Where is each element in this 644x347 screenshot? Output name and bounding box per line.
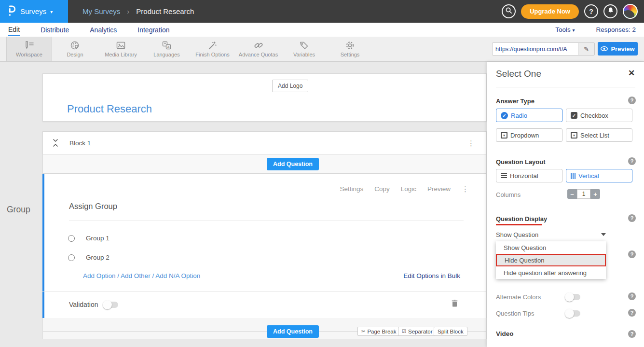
question-preview-link[interactable]: Preview	[427, 185, 451, 193]
question-menu-kebab-icon[interactable]: ⋮	[462, 185, 469, 193]
video-help-icon[interactable]: ?	[628, 330, 636, 338]
notifications-button[interactable]	[603, 4, 617, 18]
block-title[interactable]: Block 1	[69, 139, 91, 147]
tools-menu[interactable]: Tools ▾	[555, 26, 575, 33]
layout-vertical-button[interactable]: Vertical	[566, 169, 632, 182]
breadcrumb: My Surveys › Product Research	[82, 7, 194, 15]
edit-options-in-bulk-link[interactable]: Edit Options in Bulk	[403, 272, 460, 279]
delete-question-button[interactable]	[451, 299, 458, 309]
columns-increment-button[interactable]: +	[590, 189, 600, 199]
option-label-1[interactable]: Group 1	[86, 235, 110, 242]
alternate-colors-toggle[interactable]	[566, 294, 580, 300]
toolbar-item-finish-options[interactable]: Finish Options	[190, 37, 235, 61]
layout-horizontal-button[interactable]: Horizontal	[496, 169, 562, 182]
menu-item-hide-question[interactable]: Hide Question	[496, 254, 606, 266]
question-display-help-icon[interactable]: ?	[628, 214, 636, 222]
question-title[interactable]: Assign Group	[69, 202, 117, 211]
question-layout-help-icon[interactable]: ?	[628, 157, 636, 165]
radio-option-1[interactable]	[68, 235, 75, 242]
toolbar-item-workspace[interactable]: Workspace	[6, 37, 52, 61]
answer-type-dropdown-button[interactable]: ▼ Dropdown	[496, 128, 562, 142]
answer-type-radio-button[interactable]: ✓ Radio	[496, 109, 562, 122]
chevron-down-icon: ▾	[50, 9, 53, 14]
survey-title[interactable]: Product Research	[67, 103, 152, 115]
survey-header-card: Add Logo Product Research	[42, 73, 487, 122]
close-icon[interactable]: ✕	[628, 69, 635, 77]
question-tips-help-icon[interactable]: ?	[628, 309, 636, 317]
tab-edit[interactable]: Edit	[8, 24, 20, 36]
collapse-block-icon[interactable]	[53, 138, 58, 150]
question-display-menu: Show Question Hide Question Hide questio…	[496, 241, 606, 279]
add-other-link[interactable]: Add Other	[121, 272, 151, 279]
finish-options-icon	[207, 41, 218, 50]
question-display-value: Show Question	[496, 231, 538, 238]
toolbar-item-languages[interactable]: A Languages	[144, 37, 190, 61]
chevron-down-icon: ▾	[572, 28, 575, 33]
answer-option-row: Group 1	[68, 235, 110, 242]
add-question-button-bottom[interactable]: Add Question	[267, 325, 319, 338]
block-footer-row: Add Question ✂ Page Break ☑ Separator Sp…	[42, 318, 487, 339]
question-display-select[interactable]: Show Question	[496, 229, 606, 240]
add-question-button-top[interactable]: Add Question	[267, 158, 319, 170]
radio-selected-icon: ✓	[501, 112, 508, 119]
question-card: Settings Copy Logic Preview ⋮ Assign Gro…	[42, 173, 487, 319]
toolbar-item-variables[interactable]: Variables	[281, 37, 327, 61]
question-mark-icon: ?	[589, 8, 593, 15]
option-label-2[interactable]: Group 2	[86, 254, 110, 261]
question-copy-link[interactable]: Copy	[374, 185, 390, 193]
surveys-app-menu[interactable]: Surveys ▾	[0, 0, 68, 23]
selected-question-indicator	[42, 174, 44, 318]
tab-distribute[interactable]: Distribute	[41, 24, 69, 35]
toolbar-item-design[interactable]: Design	[52, 37, 98, 61]
columns-value[interactable]: 1	[577, 189, 590, 199]
checked-box-icon: ☑	[402, 329, 406, 334]
workspace-icon	[24, 41, 35, 50]
survey-url-input[interactable]	[493, 46, 578, 53]
add-option-link[interactable]: Add Option	[83, 272, 116, 279]
separator-button[interactable]: ☑ Separator	[398, 327, 436, 336]
split-block-button[interactable]: Split Block	[434, 327, 467, 336]
answer-type-help-icon[interactable]: ?	[628, 97, 636, 104]
columns-label: Columns	[496, 191, 521, 198]
toolbar-item-settings[interactable]: Settings	[327, 37, 373, 61]
question-tips-label: Question Tips	[496, 310, 566, 317]
add-question-row: Add Question	[42, 154, 487, 173]
top-bar: Surveys ▾ My Surveys › Product Research …	[0, 0, 644, 23]
responses-count[interactable]: Responses: 2	[596, 26, 636, 33]
breadcrumb-my-surveys[interactable]: My Surveys	[82, 7, 120, 15]
question-settings-link[interactable]: Settings	[340, 185, 363, 193]
preview-button[interactable]: Preview	[598, 42, 638, 56]
panel-divider	[496, 87, 635, 87]
menu-item-hide-after-answering[interactable]: Hide question after answering	[496, 266, 606, 279]
add-logo-button[interactable]: Add Logo	[272, 80, 308, 92]
question-actions: Settings Copy Logic Preview ⋮	[340, 185, 469, 193]
block-menu-kebab-icon[interactable]: ⋮	[467, 139, 475, 147]
tab-analytics[interactable]: Analytics	[90, 24, 117, 35]
edit-url-button[interactable]: ✎	[578, 43, 594, 55]
chevron-down-icon	[601, 233, 606, 236]
upgrade-now-button[interactable]: Upgrade Now	[521, 4, 579, 19]
question-display-label: Question Display	[496, 215, 547, 222]
question-logic-link[interactable]: Logic	[401, 185, 416, 193]
validation-row: Validation	[69, 301, 118, 308]
toolbar-item-media-library[interactable]: Media Library	[98, 37, 144, 61]
toolbar-item-advance-quotas[interactable]: Advance Quotas	[235, 37, 281, 61]
hidden-setting-help-icon[interactable]: ?	[628, 250, 636, 258]
tab-integration[interactable]: Integration	[137, 24, 169, 35]
search-button[interactable]	[502, 4, 516, 18]
columns-decrement-button[interactable]: −	[567, 189, 577, 199]
answer-type-checkbox-button[interactable]: ✓ Checkbox	[566, 109, 632, 122]
link-separator: /	[152, 272, 154, 279]
add-na-option-link[interactable]: Add N/A Option	[155, 272, 200, 279]
radio-option-2[interactable]	[68, 254, 75, 261]
alternate-colors-help-icon[interactable]: ?	[628, 292, 636, 300]
help-button[interactable]: ?	[584, 4, 598, 18]
block-header: Block 1 ⋮	[42, 131, 487, 154]
questionpro-logo-icon	[7, 4, 16, 19]
answer-type-select-list-button[interactable]: ▼ Select List	[566, 128, 632, 142]
question-tips-toggle[interactable]	[566, 310, 580, 317]
menu-item-show-question[interactable]: Show Question	[496, 241, 606, 254]
page-break-button[interactable]: ✂ Page Break	[357, 327, 400, 336]
validation-toggle[interactable]	[104, 302, 118, 308]
user-avatar[interactable]	[623, 4, 638, 19]
